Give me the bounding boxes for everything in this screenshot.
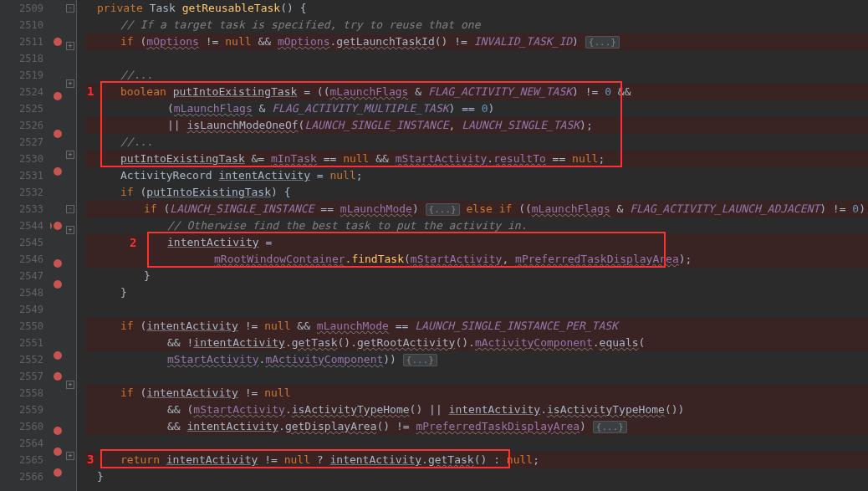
breakpoint-icon[interactable]: [54, 222, 62, 230]
fold-slot[interactable]: [65, 276, 76, 293]
breakpoint-slot[interactable]: [50, 71, 65, 88]
fold-slot[interactable]: +: [65, 42, 76, 59]
fold-slot[interactable]: +: [65, 226, 76, 243]
code-editor[interactable]: 2509251025112518251925242525252625272530…: [0, 0, 868, 491]
fold-slot[interactable]: [65, 96, 76, 113]
breakpoint-slot[interactable]: [50, 222, 65, 238]
fold-icon[interactable]: +: [66, 42, 74, 50]
breakpoint-icon[interactable]: [54, 130, 62, 138]
breakpoint-slot[interactable]: [50, 406, 65, 422]
breakpoint-slot[interactable]: [50, 297, 65, 314]
fold-slot[interactable]: [65, 431, 76, 448]
fold-slot[interactable]: [65, 113, 76, 130]
folded-region[interactable]: {...}: [426, 203, 460, 216]
fold-slot[interactable]: [65, 293, 76, 309]
code-line[interactable]: }: [85, 284, 868, 301]
breakpoint-icon[interactable]: [54, 468, 62, 477]
fold-slot[interactable]: +: [65, 381, 76, 397]
breakpoint-slot[interactable]: [50, 238, 65, 255]
breakpoint-slot[interactable]: [50, 167, 65, 184]
code-line[interactable]: // Otherwise find the best task to put t…: [85, 217, 868, 234]
fold-slot[interactable]: [65, 21, 76, 38]
folded-region[interactable]: {...}: [593, 421, 627, 433]
fold-icon[interactable]: +: [66, 381, 74, 389]
code-line[interactable]: private Task getReusableTask() {: [85, 0, 868, 17]
fold-icon[interactable]: +: [66, 226, 74, 234]
code-line[interactable]: }: [85, 268, 868, 284]
breakpoint-icon[interactable]: [54, 38, 62, 46]
breakpoint-slot[interactable]: [50, 259, 65, 276]
breakpoint-slot[interactable]: [50, 109, 65, 125]
breakpoint-slot[interactable]: [50, 427, 65, 443]
code-line[interactable]: if (LAUNCH_SINGLE_INSTANCE == mLaunchMod…: [85, 201, 868, 217]
fold-slot[interactable]: [65, 59, 76, 75]
breakpoint-slot[interactable]: [50, 280, 65, 297]
fold-icon[interactable]: +: [66, 79, 74, 88]
breakpoint-slot[interactable]: [50, 17, 65, 33]
code-line[interactable]: // If a target task is specified, try to…: [85, 17, 868, 33]
code-line[interactable]: || isLaunchModeOneOf(LAUNCH_SINGLE_INSTA…: [85, 117, 868, 134]
folded-region[interactable]: {...}: [403, 354, 437, 366]
breakpoint-icon[interactable]: [54, 448, 62, 456]
breakpoint-slot[interactable]: [50, 314, 65, 330]
breakpoint-icon[interactable]: [54, 351, 62, 360]
code-line[interactable]: mRootWindowContainer.findTask(mStartActi…: [85, 251, 868, 268]
code-line[interactable]: && (mStartActivity.isActivityTypeHome() …: [85, 401, 868, 418]
breakpoint-slot[interactable]: [50, 389, 65, 406]
code-line[interactable]: && intentActivity.getDisplayArea() != mP…: [85, 418, 868, 435]
code-line[interactable]: [85, 301, 868, 318]
fold-slot[interactable]: [65, 259, 76, 276]
fold-slot[interactable]: -: [65, 4, 76, 21]
fold-gutter[interactable]: -+++-+++: [65, 0, 77, 491]
breakpoint-slot[interactable]: [50, 38, 65, 54]
breakpoint-slot[interactable]: [50, 146, 65, 163]
code-line[interactable]: ActivityRecord intentActivity = null;: [85, 167, 868, 184]
breakpoint-slot[interactable]: [50, 130, 65, 146]
fold-slot[interactable]: [65, 130, 76, 146]
fold-slot[interactable]: [65, 343, 76, 360]
breakpoint-slot[interactable]: [50, 468, 65, 485]
fold-slot[interactable]: [65, 414, 76, 431]
code-line[interactable]: [85, 368, 868, 385]
fold-slot[interactable]: [65, 243, 76, 259]
breakpoint-slot[interactable]: [50, 92, 65, 109]
breakpoint-slot[interactable]: [50, 54, 65, 71]
breakpoint-slot[interactable]: [50, 0, 65, 17]
code-area[interactable]: 1 2 3 private Task getReusableTask() { /…: [77, 0, 868, 491]
breakpoint-slot[interactable]: [50, 201, 65, 217]
fold-icon[interactable]: +: [66, 452, 74, 460]
breakpoint-icon[interactable]: [54, 92, 62, 100]
fold-slot[interactable]: [65, 326, 76, 343]
code-line[interactable]: if (intentActivity != null: [85, 385, 868, 401]
breakpoint-icon[interactable]: [54, 427, 62, 435]
fold-slot[interactable]: -: [65, 205, 76, 222]
fold-slot[interactable]: [65, 485, 76, 491]
code-line[interactable]: intentActivity =: [85, 234, 868, 251]
breakpoint-icon[interactable]: [54, 280, 62, 289]
breakpoint-icon[interactable]: [54, 259, 62, 268]
code-line[interactable]: && !intentActivity.getTask().getRootActi…: [85, 335, 868, 351]
code-line[interactable]: //...: [85, 67, 868, 84]
breakpoint-slot[interactable]: [50, 485, 65, 491]
breakpoint-slot[interactable]: [50, 184, 65, 201]
fold-slot[interactable]: [65, 309, 76, 326]
code-line[interactable]: mStartActivity.mActivityComponent)) {...…: [85, 351, 868, 368]
fold-slot[interactable]: +: [65, 79, 76, 96]
breakpoint-slot[interactable]: [50, 330, 65, 347]
code-line[interactable]: (mLaunchFlags & FLAG_ACTIVITY_MULTIPLE_T…: [85, 100, 868, 117]
code-line[interactable]: return intentActivity != null ? intentAc…: [85, 452, 868, 468]
fold-icon[interactable]: -: [66, 205, 74, 213]
fold-slot[interactable]: [65, 167, 76, 184]
fold-slot[interactable]: [65, 397, 76, 414]
fold-slot[interactable]: [65, 184, 76, 201]
code-line[interactable]: [85, 50, 868, 67]
folded-region[interactable]: {...}: [585, 36, 620, 49]
code-line[interactable]: }: [85, 468, 868, 485]
code-line[interactable]: [85, 435, 868, 452]
fold-icon[interactable]: +: [66, 151, 74, 159]
breakpoint-slot[interactable]: [50, 351, 65, 368]
code-line[interactable]: if (putIntoExistingTask) {: [85, 184, 868, 201]
code-line[interactable]: putIntoExistingTask &= mInTask == null &…: [85, 151, 868, 167]
fold-icon[interactable]: -: [66, 4, 74, 13]
breakpoint-slot[interactable]: [50, 448, 65, 464]
